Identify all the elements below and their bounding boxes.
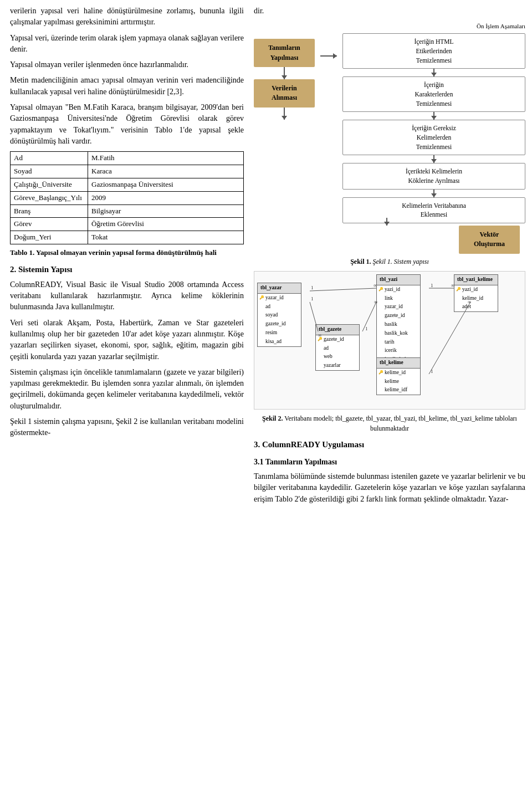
table-row: Göreve_Başlangıç_Yılı2009 [11, 191, 244, 204]
arrow-r3 [433, 155, 434, 163]
para-2: Yapısal veri, üzerinde terim olarak işle… [10, 33, 244, 55]
flow-right-side: Ön İşlem Aşamaları İçeriğin HTML Etiketl… [342, 22, 525, 223]
table-row: Çalıştığı_ÜniversiteGaziosmanpaşa Üniver… [11, 178, 244, 191]
arrow-r4 [433, 190, 434, 197]
para-4: Metin madenciliğinin amacı yapısal olmay… [10, 75, 244, 98]
svg-text:1: 1 [431, 369, 433, 374]
flow-arrow-horizontal [320, 22, 337, 57]
arrow-down-2 [284, 108, 285, 120]
arrow-r1 [433, 69, 434, 76]
table-caption: Tablo 1. Yapısal olmayan verinin yapısal… [10, 248, 244, 258]
diagram-title: Ön İşlem Aşamaları [342, 22, 525, 31]
section31-heading: 3.1 Tanımların Yapılması [254, 457, 525, 468]
section2-para3: Sistemin çalışması için öncelikle tanıml… [10, 367, 244, 412]
table-row: Doğum_YeriTokat [11, 231, 244, 244]
flow-stem: İçerikteki Kelimelerin Köklerine Ayrılma… [342, 163, 525, 189]
section2-heading: 2. Sistemin Yapısı [10, 264, 244, 276]
para-5: Yapısal olmayan "Ben M.Fatih Karaca, bra… [10, 102, 244, 147]
svg-line-1 [310, 288, 376, 291]
section3-heading: 3. ColumnREADY Uygulaması [254, 439, 525, 451]
flow-diagram: Tanımların Yapılması Verilerin Alınması … [254, 22, 525, 223]
para-3: Yapısal olmayan veriler işlenmeden önce … [10, 59, 244, 70]
para-1: verilerin yapısal veri haline dönüştürül… [10, 6, 244, 28]
table-row: SoyadKaraca [11, 165, 244, 178]
fig1-caption: Şekil 1. Şekil 1. Sistem yapısı [254, 257, 525, 267]
svg-text:1: 1 [431, 283, 433, 288]
section2-para1: ColumnREADY, Visual Basic ile Visual Stu… [10, 279, 244, 313]
table-row: GörevÖğretim Görevlisi [11, 218, 244, 231]
para-dir: dir. [254, 6, 525, 17]
svg-text:1: 1 [311, 285, 314, 290]
svg-line-4 [429, 302, 470, 374]
arrow-vector [386, 218, 387, 226]
arrow-r2 [433, 112, 434, 120]
db-table-tbl_kelime: tbl_kelimekelime_idkelimekelime_idf [376, 357, 421, 395]
fig2-caption: Şekil 2. Veritabanı modeli; tbl_gazete, … [254, 414, 525, 433]
section31-para: Tanımlama bölümünde sistemde bulunması i… [254, 471, 525, 505]
flow-char-clean: İçeriğin Karakterlerden Temizlenmesi [342, 76, 525, 112]
table-row: BranşBilgisayar [11, 204, 244, 218]
flow-db-add: Kelimelerin Veritabanına Eklenmesi [342, 197, 525, 223]
arrow-down-1 [284, 67, 285, 79]
structured-data-table: AdM.FatihSoyadKaracaÇalıştığı_Üniversite… [10, 151, 244, 244]
h-arrow-line [320, 55, 337, 57]
db-diagram: tbl_yazaryazar_idadsoyadgazete_idresimki… [254, 271, 525, 410]
db-table-tbl_yazi: tbl_yaziyazi_idlinkyazar_idgazete_idbasl… [376, 274, 421, 365]
flow-vector-create: Vektör Oluşturma [459, 226, 520, 254]
svg-line-2 [362, 302, 376, 331]
table-row: AdM.Fatih [11, 152, 244, 165]
db-table-tbl_gazete: tbl_gazetegazete_idadwebyazarlar [315, 324, 360, 371]
right-column: dir. Tanımların Yapılması Verilerin Alın… [254, 6, 525, 509]
db-table-tbl_yazi_kelime: tbl_yazi_kelimeyazi_idkelime_idadet [454, 274, 498, 312]
flow-box-definitions: Tanımların Yapılması [254, 39, 315, 67]
section2-para4: Şekil 1 sistemin çalışma yapısını, Şekil… [10, 416, 244, 439]
flow-left-side: Tanımların Yapılması Verilerin Alınması [254, 22, 315, 136]
svg-text:1: 1 [311, 296, 314, 301]
flow-stopword-clean: İçeriğin Gereksiz Kelimelerden Temizlenm… [342, 120, 525, 155]
svg-text:1: 1 [365, 326, 368, 331]
flow-html-clean: İçeriğin HTML Etiketlerinden Temizlenmes… [342, 33, 525, 69]
db-table-tbl_yazar: tbl_yazaryazar_idadsoyadgazete_idresimki… [257, 283, 301, 346]
flow-box-data-receive: Verilerin Alınması [254, 79, 315, 108]
section2-para2: Veri seti olarak Akşam, Posta, Habertürk… [10, 318, 244, 362]
left-column: verilerin yapısal veri haline dönüştürül… [10, 6, 254, 509]
